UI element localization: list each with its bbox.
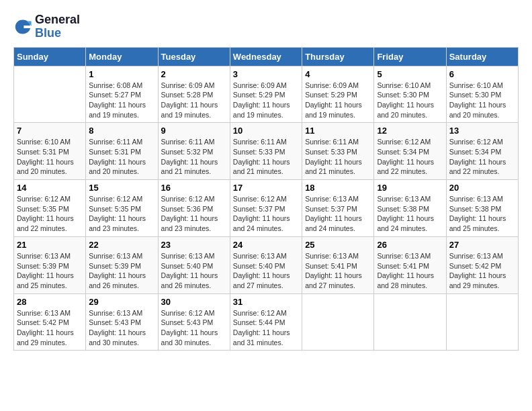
day-info: Sunrise: 6:12 AMSunset: 5:34 PMDaylight:… [449, 137, 515, 177]
day-number: 4 [305, 69, 371, 79]
day-number: 9 [161, 126, 227, 136]
day-info: Sunrise: 6:12 AMSunset: 5:35 PMDaylight:… [17, 194, 83, 234]
day-info: Sunrise: 6:13 AMSunset: 5:40 PMDaylight:… [233, 251, 299, 291]
calendar-cell: 12Sunrise: 6:12 AMSunset: 5:34 PMDayligh… [374, 123, 446, 180]
calendar-cell: 4Sunrise: 6:09 AMSunset: 5:29 PMDaylight… [302, 66, 374, 123]
calendar-cell: 21Sunrise: 6:13 AMSunset: 5:39 PMDayligh… [14, 236, 86, 293]
logo-line2: Blue [35, 27, 80, 40]
calendar-cell: 23Sunrise: 6:13 AMSunset: 5:40 PMDayligh… [158, 236, 230, 293]
calendar-cell: 11Sunrise: 6:11 AMSunset: 5:33 PMDayligh… [302, 123, 374, 180]
calendar-cell [374, 293, 446, 351]
day-number: 1 [89, 69, 154, 79]
day-info: Sunrise: 6:12 AMSunset: 5:34 PMDaylight:… [377, 137, 443, 177]
week-row-1: 1Sunrise: 6:08 AMSunset: 5:27 PMDaylight… [14, 66, 519, 123]
day-info: Sunrise: 6:11 AMSunset: 5:33 PMDaylight:… [233, 137, 299, 177]
header-day-sunday: Sunday [14, 47, 86, 66]
calendar-cell: 25Sunrise: 6:13 AMSunset: 5:41 PMDayligh… [302, 236, 374, 293]
calendar-body: 1Sunrise: 6:08 AMSunset: 5:27 PMDaylight… [14, 66, 519, 351]
day-number: 14 [17, 183, 83, 193]
calendar-cell: 19Sunrise: 6:13 AMSunset: 5:38 PMDayligh… [374, 180, 446, 237]
header-day-wednesday: Wednesday [230, 47, 302, 66]
calendar-cell: 14Sunrise: 6:12 AMSunset: 5:35 PMDayligh… [14, 180, 86, 237]
day-info: Sunrise: 6:09 AMSunset: 5:29 PMDaylight:… [305, 81, 371, 120]
calendar-cell [14, 66, 86, 123]
day-info: Sunrise: 6:09 AMSunset: 5:29 PMDaylight:… [233, 81, 299, 120]
day-info: Sunrise: 6:11 AMSunset: 5:33 PMDaylight:… [305, 137, 371, 177]
day-number: 27 [449, 240, 515, 250]
calendar-cell [302, 293, 374, 351]
day-info: Sunrise: 6:13 AMSunset: 5:41 PMDaylight:… [377, 251, 443, 291]
day-number: 26 [377, 240, 443, 250]
day-number: 20 [449, 183, 515, 193]
page-header: General Blue [13, 13, 519, 40]
calendar-cell: 6Sunrise: 6:10 AMSunset: 5:30 PMDaylight… [446, 66, 518, 123]
logo-icon [13, 17, 32, 36]
day-number: 23 [161, 240, 227, 250]
calendar-cell: 10Sunrise: 6:11 AMSunset: 5:33 PMDayligh… [230, 123, 302, 180]
day-info: Sunrise: 6:12 AMSunset: 5:44 PMDaylight:… [233, 308, 299, 348]
calendar-cell: 2Sunrise: 6:09 AMSunset: 5:28 PMDaylight… [158, 66, 230, 123]
day-number: 25 [305, 240, 371, 250]
header-day-tuesday: Tuesday [158, 47, 230, 66]
day-info: Sunrise: 6:13 AMSunset: 5:41 PMDaylight:… [305, 251, 371, 291]
day-number: 19 [377, 183, 443, 193]
header-day-saturday: Saturday [446, 47, 518, 66]
day-info: Sunrise: 6:11 AMSunset: 5:32 PMDaylight:… [161, 137, 227, 177]
day-number: 6 [449, 69, 515, 79]
week-row-4: 21Sunrise: 6:13 AMSunset: 5:39 PMDayligh… [14, 236, 519, 293]
calendar-table: SundayMondayTuesdayWednesdayThursdayFrid… [13, 47, 519, 351]
calendar-cell: 15Sunrise: 6:12 AMSunset: 5:35 PMDayligh… [86, 180, 158, 237]
calendar-cell: 17Sunrise: 6:12 AMSunset: 5:37 PMDayligh… [230, 180, 302, 237]
day-number: 31 [233, 297, 299, 307]
day-number: 29 [89, 297, 154, 307]
week-row-2: 7Sunrise: 6:10 AMSunset: 5:31 PMDaylight… [14, 123, 519, 180]
day-info: Sunrise: 6:13 AMSunset: 5:42 PMDaylight:… [449, 251, 515, 291]
header-day-monday: Monday [86, 47, 158, 66]
calendar-cell: 9Sunrise: 6:11 AMSunset: 5:32 PMDaylight… [158, 123, 230, 180]
day-number: 30 [161, 297, 227, 307]
day-info: Sunrise: 6:13 AMSunset: 5:37 PMDaylight:… [305, 194, 371, 234]
day-info: Sunrise: 6:09 AMSunset: 5:28 PMDaylight:… [161, 81, 227, 120]
day-number: 3 [233, 69, 299, 79]
day-number: 22 [89, 240, 154, 250]
calendar-cell: 26Sunrise: 6:13 AMSunset: 5:41 PMDayligh… [374, 236, 446, 293]
day-info: Sunrise: 6:10 AMSunset: 5:30 PMDaylight:… [449, 81, 515, 120]
day-info: Sunrise: 6:13 AMSunset: 5:38 PMDaylight:… [377, 194, 443, 234]
week-row-3: 14Sunrise: 6:12 AMSunset: 5:35 PMDayligh… [14, 180, 519, 237]
day-number: 17 [233, 183, 299, 193]
logo-line1: General [35, 13, 80, 27]
calendar-cell: 18Sunrise: 6:13 AMSunset: 5:37 PMDayligh… [302, 180, 374, 237]
day-number: 15 [89, 183, 154, 193]
calendar-cell: 24Sunrise: 6:13 AMSunset: 5:40 PMDayligh… [230, 236, 302, 293]
day-number: 18 [305, 183, 371, 193]
calendar-cell: 31Sunrise: 6:12 AMSunset: 5:44 PMDayligh… [230, 293, 302, 351]
header-day-thursday: Thursday [302, 47, 374, 66]
day-info: Sunrise: 6:12 AMSunset: 5:37 PMDaylight:… [233, 194, 299, 234]
calendar-cell: 28Sunrise: 6:13 AMSunset: 5:42 PMDayligh… [14, 293, 86, 351]
calendar-cell: 22Sunrise: 6:13 AMSunset: 5:39 PMDayligh… [86, 236, 158, 293]
calendar-cell: 7Sunrise: 6:10 AMSunset: 5:31 PMDaylight… [14, 123, 86, 180]
day-number: 24 [233, 240, 299, 250]
day-number: 8 [89, 126, 154, 136]
day-info: Sunrise: 6:12 AMSunset: 5:35 PMDaylight:… [89, 194, 154, 234]
day-number: 11 [305, 126, 371, 136]
day-info: Sunrise: 6:13 AMSunset: 5:38 PMDaylight:… [449, 194, 515, 234]
calendar-cell: 5Sunrise: 6:10 AMSunset: 5:30 PMDaylight… [374, 66, 446, 123]
day-info: Sunrise: 6:12 AMSunset: 5:43 PMDaylight:… [161, 308, 227, 348]
day-info: Sunrise: 6:13 AMSunset: 5:42 PMDaylight:… [17, 308, 83, 348]
calendar-cell: 13Sunrise: 6:12 AMSunset: 5:34 PMDayligh… [446, 123, 518, 180]
day-info: Sunrise: 6:13 AMSunset: 5:43 PMDaylight:… [89, 308, 154, 348]
day-info: Sunrise: 6:10 AMSunset: 5:30 PMDaylight:… [377, 81, 443, 120]
calendar-cell: 1Sunrise: 6:08 AMSunset: 5:27 PMDaylight… [86, 66, 158, 123]
day-number: 10 [233, 126, 299, 136]
day-number: 13 [449, 126, 515, 136]
day-number: 7 [17, 126, 83, 136]
day-number: 28 [17, 297, 83, 307]
calendar-cell: 3Sunrise: 6:09 AMSunset: 5:29 PMDaylight… [230, 66, 302, 123]
day-info: Sunrise: 6:11 AMSunset: 5:31 PMDaylight:… [89, 137, 154, 177]
calendar-cell: 27Sunrise: 6:13 AMSunset: 5:42 PMDayligh… [446, 236, 518, 293]
logo: General Blue [13, 13, 80, 40]
calendar-cell: 8Sunrise: 6:11 AMSunset: 5:31 PMDaylight… [86, 123, 158, 180]
calendar-cell: 20Sunrise: 6:13 AMSunset: 5:38 PMDayligh… [446, 180, 518, 237]
day-number: 12 [377, 126, 443, 136]
